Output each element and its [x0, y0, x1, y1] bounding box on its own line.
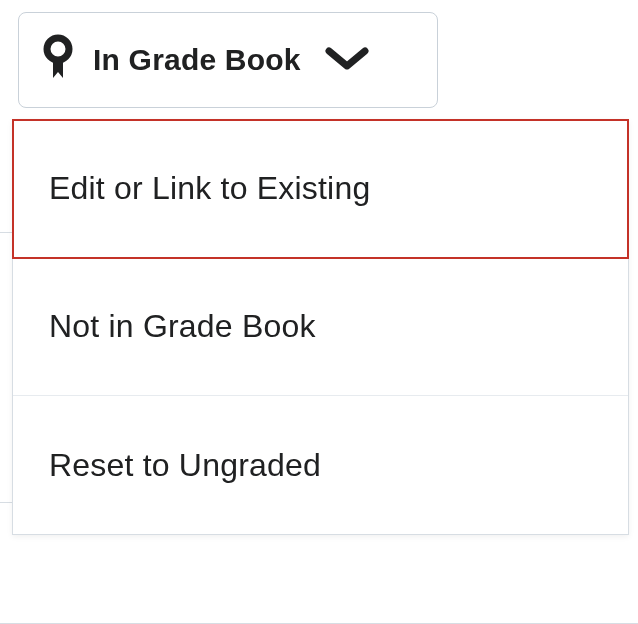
menu-item-reset-ungraded[interactable]: Reset to Ungraded: [13, 396, 628, 534]
menu-item-label: Edit or Link to Existing: [49, 170, 370, 207]
menu-item-edit-or-link[interactable]: Edit or Link to Existing: [13, 120, 628, 258]
dropdown-button-label: In Grade Book: [93, 43, 301, 77]
grade-book-dropdown-menu: Edit or Link to Existing Not in Grade Bo…: [12, 119, 629, 535]
menu-item-not-in-grade-book[interactable]: Not in Grade Book: [13, 258, 628, 396]
svg-point-0: [47, 38, 69, 60]
grade-book-dropdown-button[interactable]: In Grade Book: [18, 12, 438, 108]
menu-item-label: Reset to Ungraded: [49, 447, 321, 484]
chevron-down-icon: [325, 46, 369, 74]
ribbon-icon: [41, 34, 75, 86]
menu-item-label: Not in Grade Book: [49, 308, 316, 345]
